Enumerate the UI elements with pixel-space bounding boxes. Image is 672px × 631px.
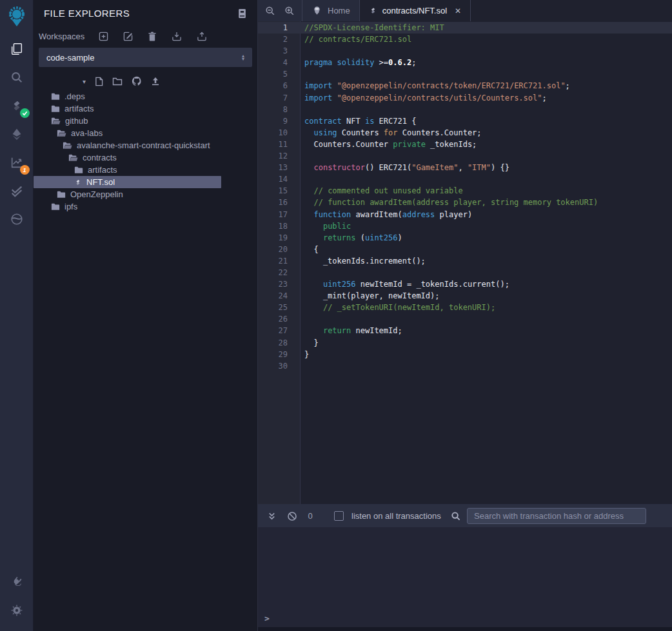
- line-number: 19: [258, 232, 294, 244]
- panel-title: FILE EXPLORERS: [44, 8, 130, 19]
- solidity-compiler-icon[interactable]: [5, 94, 28, 117]
- line-number: 18: [258, 220, 294, 232]
- docs-book-icon[interactable]: [237, 8, 247, 19]
- code-line-13[interactable]: 13 constructor() ERC721("GameItem", "ITM…: [258, 162, 672, 173]
- tree-folder-contracts[interactable]: contracts: [34, 151, 221, 164]
- line-content: Counters.Counter private _tokenIds;: [294, 139, 477, 150]
- line-content: [294, 360, 304, 372]
- tab-contracts-nft-sol[interactable]: contracts/NFT.sol ✕: [360, 0, 471, 21]
- line-content: import "@openzeppelin/contracts/token/ER…: [294, 80, 570, 92]
- code-line-22[interactable]: 22: [258, 267, 672, 278]
- tab-home-label: Home: [328, 6, 350, 15]
- terminal-toolbar: 0 listen on all transactions: [258, 504, 672, 527]
- tree-item-label: artifacts: [64, 104, 94, 113]
- restore-workspaces-icon[interactable]: [197, 32, 207, 41]
- zoom-out-icon[interactable]: [262, 3, 279, 19]
- code-line-15[interactable]: 15 // commented out unused variable: [258, 185, 672, 197]
- line-content: // function awardItem(address player, st…: [294, 197, 598, 208]
- sourcify-icon[interactable]: [5, 208, 28, 231]
- remix-logo-icon[interactable]: [5, 5, 28, 28]
- code-line-10[interactable]: 10 using Counters for Counters.Counter;: [258, 127, 672, 139]
- line-number: 1: [258, 22, 294, 34]
- code-line-21[interactable]: 21 _tokenIds.increment();: [258, 255, 672, 267]
- tree-folder-openzeppelin[interactable]: OpenZeppelin: [34, 188, 221, 200]
- unit-testing-icon[interactable]: [5, 179, 28, 202]
- line-content: }: [294, 349, 309, 360]
- create-workspace-icon[interactable]: [99, 32, 108, 41]
- code-line-1[interactable]: 1//SPDX-License-Identifier: MIT: [258, 22, 672, 34]
- tree-folder-avalanche-smart-contract-quickstart[interactable]: avalanche-smart-contract-quickstart: [34, 139, 221, 151]
- line-content: function awardItem(address player): [294, 209, 472, 220]
- code-line-18[interactable]: 18 public: [258, 220, 672, 232]
- collapse-tree-icon[interactable]: ▾: [83, 78, 86, 85]
- line-number: 29: [258, 349, 294, 360]
- tree-file-nft.sol[interactable]: NFT.sol: [34, 176, 221, 188]
- publish-gist-github-icon[interactable]: [132, 76, 142, 86]
- terminal-search-input[interactable]: [467, 508, 646, 524]
- icon-panel: 1: [0, 0, 34, 631]
- code-line-28[interactable]: 28 }: [258, 337, 672, 349]
- line-content: import "@openzeppelin/contracts/utils/Co…: [294, 92, 547, 104]
- upload-file-icon[interactable]: [151, 77, 160, 86]
- toggle-terminal-icon[interactable]: [264, 509, 279, 523]
- delete-workspace-icon[interactable]: [148, 32, 157, 41]
- tree-folder-.deps[interactable]: .deps: [34, 90, 221, 102]
- plugin-manager-icon[interactable]: [5, 570, 28, 594]
- tree-folder-github[interactable]: github: [34, 115, 221, 127]
- code-line-29[interactable]: 29}: [258, 349, 672, 360]
- analysis-icon[interactable]: 1: [5, 151, 28, 174]
- rename-workspace-icon[interactable]: [123, 32, 133, 41]
- tree-item-label: .deps: [64, 92, 85, 101]
- code-line-17[interactable]: 17 function awardItem(address player): [258, 209, 672, 220]
- main-area: Home contracts/NFT.sol ✕ 1//SPDX-License…: [258, 0, 672, 631]
- listen-transactions-checkbox[interactable]: [334, 511, 344, 521]
- settings-gear-icon[interactable]: [5, 599, 28, 622]
- code-line-24[interactable]: 24 _mint(player, newItemId);: [258, 290, 672, 302]
- workspace-selected-value: code-sample: [46, 53, 94, 63]
- zoom-in-icon[interactable]: [281, 3, 298, 19]
- code-line-16[interactable]: 16 // function awardItem(address player,…: [258, 197, 672, 208]
- code-line-23[interactable]: 23 uint256 newItemId = _tokenIds.current…: [258, 278, 672, 290]
- new-file-icon[interactable]: [95, 77, 103, 86]
- compile-success-badge: [20, 108, 30, 118]
- search-icon[interactable]: [5, 66, 28, 89]
- close-tab-icon[interactable]: ✕: [455, 6, 461, 15]
- tree-folder-ipfs[interactable]: ipfs: [34, 200, 221, 213]
- code-line-30[interactable]: 30: [258, 360, 672, 372]
- deploy-run-icon[interactable]: [5, 122, 28, 146]
- code-line-5[interactable]: 5: [258, 68, 672, 80]
- tab-home[interactable]: Home: [302, 0, 360, 21]
- line-number: 21: [258, 255, 294, 267]
- code-line-3[interactable]: 3: [258, 45, 672, 57]
- code-line-27[interactable]: 27 return newItemId;: [258, 325, 672, 336]
- download-workspaces-icon[interactable]: [172, 32, 182, 41]
- terminal-output[interactable]: >: [258, 527, 672, 631]
- code-line-9[interactable]: 9contract NFT is ERC721 {: [258, 115, 672, 127]
- tree-folder-ava-labs[interactable]: ava-labs: [34, 127, 221, 139]
- code-line-4[interactable]: 4pragma solidity >=0.6.2;: [258, 57, 672, 68]
- tree-item-label: github: [65, 116, 88, 126]
- code-line-7[interactable]: 7import "@openzeppelin/contracts/utils/C…: [258, 92, 672, 104]
- line-content: uint256 newItemId = _tokenIds.current();: [294, 278, 509, 290]
- code-line-12[interactable]: 12: [258, 150, 672, 162]
- new-folder-icon[interactable]: [112, 77, 123, 86]
- tree-toolbar: ▾: [34, 67, 257, 89]
- code-line-2[interactable]: 2// contracts/ERC721.sol: [258, 34, 672, 45]
- code-editor[interactable]: 1//SPDX-License-Identifier: MIT2// contr…: [258, 21, 672, 504]
- tree-folder-artifacts[interactable]: artifacts: [34, 164, 221, 176]
- code-line-14[interactable]: 14: [258, 173, 672, 185]
- code-line-26[interactable]: 26: [258, 313, 672, 325]
- workspace-select[interactable]: code-sample ▴▾: [39, 48, 252, 67]
- line-content: contract NFT is ERC721 {: [294, 115, 416, 127]
- file-explorer-icon[interactable]: [5, 37, 28, 61]
- code-line-8[interactable]: 8: [258, 104, 672, 115]
- code-line-20[interactable]: 20 {: [258, 244, 672, 255]
- clear-console-icon[interactable]: [285, 509, 299, 523]
- code-line-11[interactable]: 11 Counters.Counter private _tokenIds;: [258, 139, 672, 150]
- line-number: 5: [258, 68, 294, 80]
- code-line-6[interactable]: 6import "@openzeppelin/contracts/token/E…: [258, 80, 672, 92]
- tree-folder-artifacts[interactable]: artifacts: [34, 102, 221, 115]
- code-line-19[interactable]: 19 returns (uint256): [258, 232, 672, 244]
- code-line-25[interactable]: 25 // _setTokenURI(newItemId, tokenURI);: [258, 302, 672, 313]
- terminal-search-icon: [451, 511, 460, 521]
